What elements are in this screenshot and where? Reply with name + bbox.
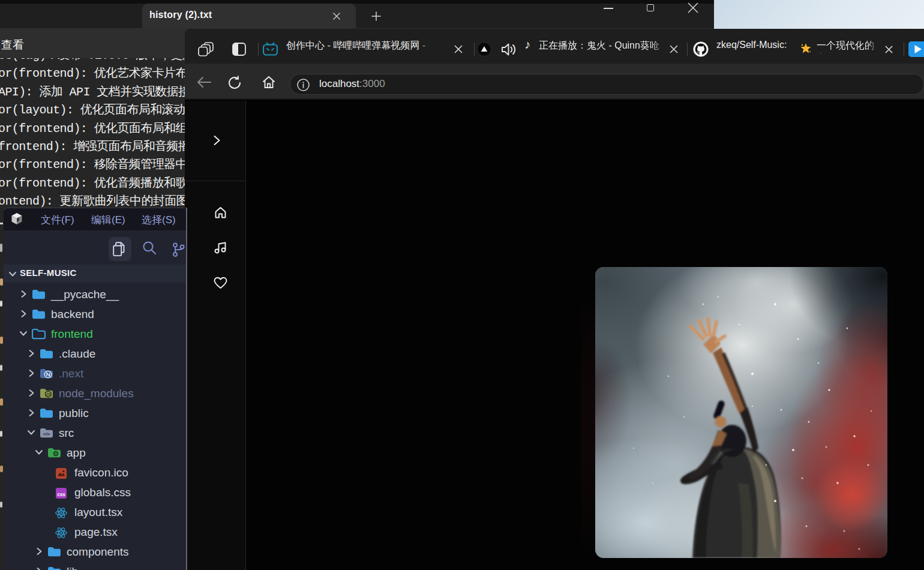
svg-text:JS: JS: [46, 392, 50, 396]
svg-text:</>: </>: [43, 431, 50, 437]
svg-text:css: css: [57, 492, 65, 497]
